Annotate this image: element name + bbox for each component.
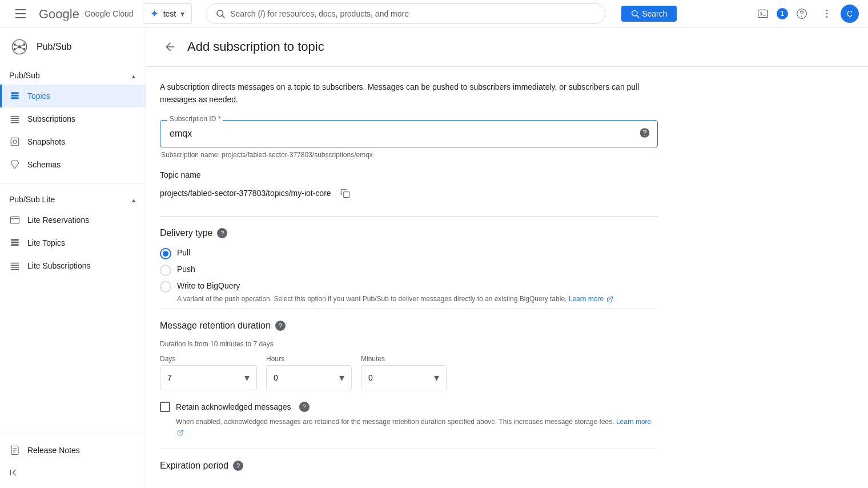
days-dropdown-icon: ▾ [244,371,250,384]
help-icon [796,8,807,19]
sidebar-item-topics[interactable]: Topics [0,85,146,107]
days-value: 7 [167,373,172,382]
search-btn-icon [630,9,640,18]
delivery-push-option[interactable]: Push [160,264,658,276]
hamburger-menu-button[interactable] [9,2,32,25]
delivery-type-heading: Delivery type ? [160,228,658,238]
svg-rect-35 [11,244,19,246]
svg-rect-24 [11,97,19,99]
retain-description-text: When enabled, acknowledged messages are … [176,418,614,426]
topbar: Google Google Cloud ✦ test ▾ Search (/) … [0,0,868,27]
sidebar-collapse-button[interactable] [0,462,146,483]
bigquery-learn-more-text: Learn more [569,295,604,303]
topics-label: Topics [27,91,50,101]
sidebar-item-lite-topics[interactable]: Lite Topics [0,231,146,254]
hours-field: Hours 0 ▾ [266,355,352,390]
sidebar-divider [0,183,146,183]
svg-point-15 [23,43,25,46]
expiration-heading-text: Expiration period [160,461,228,471]
svg-rect-33 [11,239,19,241]
minutes-dropdown-icon: ▾ [434,371,439,384]
svg-rect-22 [11,92,19,94]
notification-badge[interactable]: 1 [777,8,788,19]
bigquery-learn-more-link[interactable]: Learn more [569,295,614,303]
expiration-section: Expiration period ? [160,461,658,471]
back-button[interactable] [160,37,180,57]
retain-external-link-icon [177,429,184,436]
duration-hint: Duration is from 10 minutes to 7 days [160,340,658,348]
help-button[interactable] [790,2,813,25]
retain-learn-more-text: Learn more [616,418,651,426]
content-area: Add subscription to topic A subscription… [146,27,868,488]
sidebar-product-header: Pub/Sub [0,27,146,64]
copy-topic-name-button[interactable] [336,184,354,202]
retention-help-icon[interactable]: ? [275,321,286,331]
svg-point-9 [826,9,828,11]
pubsub-section-header[interactable]: Pub/Sub [0,66,146,85]
form-description: A subscription directs messages on a top… [160,81,658,106]
sidebar-item-subscriptions[interactable]: Subscriptions [0,107,146,130]
pubsub-product-icon [9,37,30,57]
collapse-sidebar-icon [9,467,19,478]
delivery-pull-option[interactable]: Pull [160,247,658,259]
push-radio-label: Push [177,264,195,275]
subscription-name-hint: Subscription name: projects/fabled-secto… [160,151,658,159]
svg-point-30 [13,140,17,143]
sidebar-item-snapshots[interactable]: Snapshots [0,130,146,153]
bigquery-radio-sublabel: A variant of the push operation. Select … [177,294,613,304]
bigquery-radio-circle [160,281,171,293]
project-icon: ✦ [150,7,159,20]
retain-acknowledged-checkbox-row[interactable]: Retain acknowledged messages ? [160,402,658,412]
bigquery-description-text: A variant of the push operation. Select … [177,295,566,303]
subscription-id-field: Subscription ID Subscription name: proje… [160,120,658,159]
project-selector[interactable]: ✦ test ▾ [143,3,192,24]
sidebar-item-schemas[interactable]: Schemas [0,153,146,176]
svg-rect-29 [11,138,19,146]
days-field: Days 7 ▾ [160,355,257,390]
svg-rect-37 [11,265,19,266]
retain-acknowledged-section: Retain acknowledged messages ? When enab… [160,402,658,437]
google-logo: Google Google Cloud [39,7,134,21]
sidebar: Pub/Sub Pub/Sub Topics [0,27,146,488]
schemas-icon [9,159,21,170]
pull-radio-circle [160,248,171,259]
more-options-button[interactable] [815,2,838,25]
topic-name-value: projects/fabled-sector-377803/topics/my-… [160,184,658,202]
pubsub-lite-section-title: Pub/Sub Lite [9,195,55,204]
svg-line-4 [637,15,639,18]
hours-value: 0 [274,373,278,382]
days-select[interactable]: 7 ▾ [160,365,257,390]
subscription-id-help-icon[interactable] [639,127,650,140]
svg-rect-27 [11,120,19,121]
console-icon-button[interactable] [752,2,774,25]
subscription-id-group[interactable]: Subscription ID [160,120,658,147]
minutes-label: Minutes [361,355,447,363]
svg-point-46 [644,135,645,136]
pubsub-lite-section-header[interactable]: Pub/Sub Lite [0,190,146,209]
user-avatar[interactable]: C [841,5,859,23]
minutes-value: 0 [368,373,373,382]
retention-divider [160,309,658,309]
sidebar-bottom: Release Notes [0,434,146,488]
sidebar-item-release-notes[interactable]: Release Notes [0,439,146,462]
expiration-help-icon[interactable]: ? [233,461,243,471]
retain-acknowledged-checkbox[interactable] [160,402,170,412]
svg-rect-47 [343,192,349,198]
delivery-type-help-icon[interactable]: ? [217,228,227,238]
sidebar-product-name: Pub/Sub [37,42,71,52]
cloud-text: Google Cloud [85,9,134,18]
lite-reservations-icon [9,214,21,226]
subscription-id-input[interactable] [160,121,657,147]
minutes-select[interactable]: 0 ▾ [361,365,447,390]
retain-acknowledged-help-icon[interactable]: ? [299,402,310,412]
lite-subscriptions-label: Lite Subscriptions [27,261,91,270]
hours-select[interactable]: 0 ▾ [266,365,352,390]
back-arrow-icon [164,41,176,53]
delivery-bigquery-option[interactable]: Write to BigQuery A variant of the push … [160,281,658,305]
search-button[interactable]: Search [621,6,676,22]
search-bar[interactable]: Search (/) for resources, docs, products… [206,3,605,24]
topic-name-path: projects/fabled-sector-377803/topics/my-… [160,189,331,198]
sidebar-item-lite-reservations[interactable]: Lite Reservations [0,209,146,231]
sidebar-item-lite-subscriptions[interactable]: Lite Subscriptions [0,254,146,277]
svg-rect-31 [11,217,19,223]
